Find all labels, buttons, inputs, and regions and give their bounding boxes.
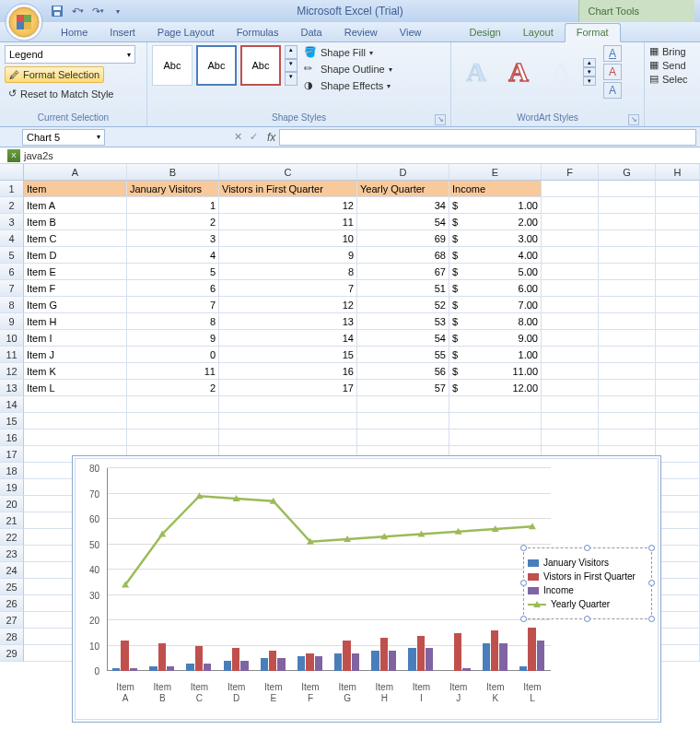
cell[interactable]: [599, 230, 656, 247]
cell[interactable]: [599, 181, 656, 197]
cell[interactable]: [449, 413, 542, 429]
cell[interactable]: 12: [219, 297, 357, 313]
row-header[interactable]: 17: [0, 446, 24, 463]
office-button[interactable]: [4, 2, 44, 42]
cell[interactable]: 56: [357, 363, 449, 380]
cell[interactable]: [656, 280, 700, 297]
cell[interactable]: 7: [219, 280, 357, 297]
cell[interactable]: [599, 247, 656, 264]
tab-insert[interactable]: Insert: [99, 24, 146, 41]
tab-home[interactable]: Home: [50, 24, 99, 41]
cell[interactable]: 16: [219, 363, 357, 380]
cell[interactable]: [219, 413, 357, 429]
row-header[interactable]: 16: [0, 429, 24, 446]
cell[interactable]: [542, 380, 599, 396]
cell[interactable]: [656, 347, 700, 363]
gallery-scroll[interactable]: ▴▾▾: [285, 45, 298, 86]
cell[interactable]: 52: [357, 297, 449, 313]
cell[interactable]: $2.00: [449, 214, 542, 230]
tab-formulas[interactable]: Formulas: [226, 24, 290, 41]
cell[interactable]: [542, 264, 599, 280]
row-header[interactable]: 21: [0, 512, 24, 529]
cell[interactable]: 8: [127, 313, 219, 330]
selection-pane-button[interactable]: ▤Selec: [649, 73, 688, 85]
cell[interactable]: 9: [219, 247, 357, 264]
dialog-launcher-icon[interactable]: ↘: [435, 114, 446, 125]
row-header[interactable]: 15: [0, 413, 24, 429]
row-header[interactable]: 9: [0, 313, 24, 330]
cell[interactable]: Item K: [24, 363, 127, 380]
cell[interactable]: [656, 247, 700, 264]
cell[interactable]: [656, 181, 700, 197]
column-header[interactable]: E: [449, 164, 542, 180]
cell[interactable]: [599, 313, 656, 330]
row-header[interactable]: 29: [0, 645, 24, 662]
cell[interactable]: [127, 429, 219, 446]
cell[interactable]: 1: [127, 197, 219, 214]
cell[interactable]: [656, 197, 700, 214]
bring-front-button[interactable]: ▦Bring: [649, 45, 688, 57]
row-header[interactable]: 24: [0, 562, 24, 579]
row-header[interactable]: 13: [0, 380, 24, 396]
cell[interactable]: 13: [219, 313, 357, 330]
cell[interactable]: [542, 330, 599, 347]
qat-dropdown-icon[interactable]: ▾: [111, 4, 125, 18]
cell[interactable]: [656, 230, 700, 247]
cell[interactable]: [599, 413, 656, 429]
tab-view[interactable]: View: [389, 24, 433, 41]
cell[interactable]: $8.00: [449, 313, 542, 330]
cell[interactable]: [656, 297, 700, 313]
cell[interactable]: [656, 496, 700, 512]
formula-input[interactable]: [279, 129, 696, 146]
cell[interactable]: Item D: [24, 247, 127, 264]
tab-review[interactable]: Review: [333, 24, 389, 41]
row-header[interactable]: 8: [0, 297, 24, 313]
cell[interactable]: [656, 363, 700, 380]
cell[interactable]: [656, 446, 700, 463]
cell[interactable]: [599, 330, 656, 347]
cell[interactable]: [656, 214, 700, 230]
cell[interactable]: 2: [127, 380, 219, 396]
embedded-chart[interactable]: 01020304050607080 ItemAItemBItemCItemDIt…: [72, 455, 661, 723]
cell[interactable]: [656, 579, 700, 595]
cell[interactable]: 11: [219, 214, 357, 230]
cell[interactable]: $7.00: [449, 297, 542, 313]
cell[interactable]: [24, 429, 127, 446]
row-header[interactable]: 4: [0, 230, 24, 247]
cell[interactable]: Item E: [24, 264, 127, 280]
row-header[interactable]: 23: [0, 546, 24, 562]
row-header[interactable]: 20: [0, 496, 24, 512]
cell[interactable]: 69: [357, 230, 449, 247]
wordart-swatch[interactable]: A: [541, 45, 581, 99]
cell[interactable]: $6.00: [449, 280, 542, 297]
cell[interactable]: [599, 297, 656, 313]
fx-icon[interactable]: fx: [267, 131, 275, 144]
cell[interactable]: 6: [127, 280, 219, 297]
cell[interactable]: Item F: [24, 280, 127, 297]
cancel-icon[interactable]: ✕: [234, 131, 242, 143]
cell[interactable]: [127, 413, 219, 429]
cell[interactable]: 54: [357, 330, 449, 347]
cell[interactable]: [542, 181, 599, 197]
header-cell[interactable]: Vistors in First Quarter: [219, 181, 357, 197]
cell[interactable]: [127, 396, 219, 413]
cell[interactable]: 2: [127, 214, 219, 230]
row-header[interactable]: 6: [0, 264, 24, 280]
cell[interactable]: [656, 330, 700, 347]
tab-data[interactable]: Data: [289, 24, 332, 41]
row-header[interactable]: 7: [0, 280, 24, 297]
cell[interactable]: [656, 546, 700, 562]
cell[interactable]: [542, 363, 599, 380]
cell[interactable]: [599, 363, 656, 380]
cell[interactable]: [599, 396, 656, 413]
cell[interactable]: [656, 645, 700, 662]
row-header[interactable]: 2: [0, 197, 24, 214]
undo-icon[interactable]: ↶▾: [70, 4, 85, 18]
cell[interactable]: [542, 347, 599, 363]
cell[interactable]: $11.00: [449, 363, 542, 380]
cell[interactable]: [357, 429, 449, 446]
cell[interactable]: [656, 529, 700, 546]
shape-style-swatch[interactable]: Abc: [152, 45, 192, 86]
chart-element-combo[interactable]: Legend▾: [5, 45, 135, 64]
cell[interactable]: $3.00: [449, 230, 542, 247]
